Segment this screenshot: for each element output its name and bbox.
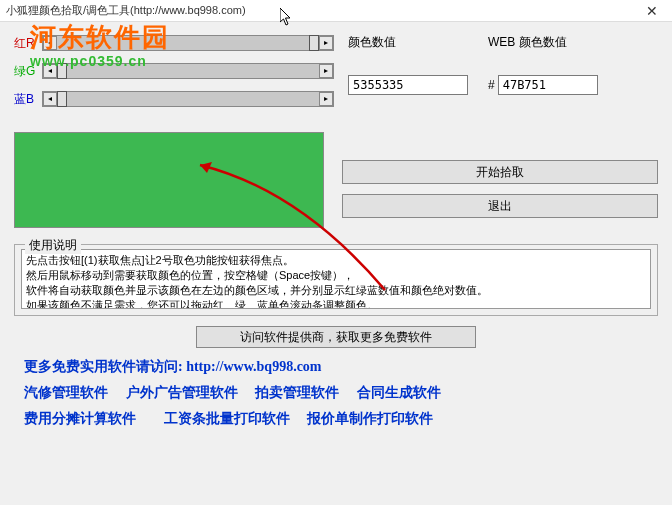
window-title: 小狐狸颜色拾取/调色工具(http://www.bq998.com) xyxy=(6,3,246,18)
software-link[interactable]: 合同生成软件 xyxy=(357,385,441,400)
visit-vendor-button[interactable]: 访问软件提供商，获取更多免费软件 xyxy=(196,326,476,348)
slider-left-arrow[interactable]: ◂ xyxy=(43,36,57,50)
slider-right-arrow[interactable]: ▸ xyxy=(319,36,333,50)
sliders-column: 红R ◂ ▸ 绿G ◂ ▸ 蓝B ◂ xyxy=(14,34,334,118)
color-value-input[interactable] xyxy=(348,75,468,95)
blue-slider-row: 蓝B ◂ ▸ xyxy=(14,90,334,108)
instructions-text: 先点击按钮[(1)获取焦点]让2号取色功能按钮获得焦点。 然后用鼠标移动到需要获… xyxy=(21,249,651,309)
instructions-title: 使用说明 xyxy=(25,237,81,254)
main-panel: 红R ◂ ▸ 绿G ◂ ▸ 蓝B ◂ xyxy=(0,22,672,505)
vendor-link[interactable]: http://www.bq998.com xyxy=(186,359,321,374)
software-link[interactable]: 户外广告管理软件 xyxy=(126,385,238,400)
exit-button[interactable]: 退出 xyxy=(342,194,658,218)
links-section: 更多免费实用软件请访问: http://www.bq998.com 汽修管理软件… xyxy=(14,358,658,428)
web-color-label: WEB 颜色数值 xyxy=(488,34,598,51)
color-preview xyxy=(14,132,324,228)
web-color-input[interactable] xyxy=(498,75,598,95)
window-titlebar: 小狐狸颜色拾取/调色工具(http://www.bq998.com) ✕ xyxy=(0,0,672,22)
software-link[interactable]: 汽修管理软件 xyxy=(24,385,108,400)
software-link[interactable]: 费用分摊计算软件 xyxy=(24,411,136,426)
green-slider-row: 绿G ◂ ▸ xyxy=(14,62,334,80)
software-link[interactable]: 拍卖管理软件 xyxy=(255,385,339,400)
slider-right-arrow[interactable]: ▸ xyxy=(319,92,333,106)
link-line-3: 费用分摊计算软件 工资条批量打印软件 报价单制作打印软件 xyxy=(24,410,648,428)
color-value-label: 颜色数值 xyxy=(348,34,468,51)
red-label: 红R xyxy=(14,35,38,52)
close-button[interactable]: ✕ xyxy=(632,0,672,22)
software-link[interactable]: 工资条批量打印软件 xyxy=(164,411,290,426)
link-line-2: 汽修管理软件 户外广告管理软件 拍卖管理软件 合同生成软件 xyxy=(24,384,648,402)
slider-left-arrow[interactable]: ◂ xyxy=(43,64,57,78)
blue-label: 蓝B xyxy=(14,91,38,108)
green-label: 绿G xyxy=(14,63,38,80)
color-value-group: 颜色数值 xyxy=(348,34,468,118)
red-slider-row: 红R ◂ ▸ xyxy=(14,34,334,52)
blue-slider[interactable]: ◂ ▸ xyxy=(42,91,334,107)
software-link[interactable]: 报价单制作打印软件 xyxy=(307,411,433,426)
slider-right-arrow[interactable]: ▸ xyxy=(319,64,333,78)
green-slider[interactable]: ◂ ▸ xyxy=(42,63,334,79)
slider-left-arrow[interactable]: ◂ xyxy=(43,92,57,106)
red-slider[interactable]: ◂ ▸ xyxy=(42,35,334,51)
link-line-1: 更多免费实用软件请访问: http://www.bq998.com xyxy=(24,358,648,376)
start-pick-button[interactable]: 开始拾取 xyxy=(342,160,658,184)
instructions-section: 使用说明 先点击按钮[(1)获取焦点]让2号取色功能按钮获得焦点。 然后用鼠标移… xyxy=(14,244,658,316)
web-color-group: WEB 颜色数值 # xyxy=(488,34,598,118)
hash-prefix: # xyxy=(488,78,495,92)
